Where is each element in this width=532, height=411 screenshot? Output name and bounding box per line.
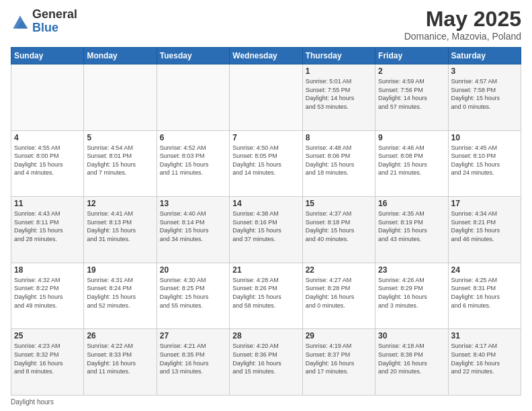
calendar-cell <box>11 64 84 131</box>
day-number: 22 <box>306 265 372 275</box>
calendar-cell: 10Sunrise: 4:45 AM Sunset: 8:10 PM Dayli… <box>448 130 521 197</box>
day-info: Sunrise: 4:35 AM Sunset: 8:19 PM Dayligh… <box>378 210 445 243</box>
day-info: Sunrise: 4:25 AM Sunset: 8:31 PM Dayligh… <box>451 276 518 310</box>
calendar-cell <box>230 64 302 131</box>
day-number: 11 <box>14 199 81 208</box>
day-info: Sunrise: 4:46 AM Sunset: 8:08 PM Dayligh… <box>378 144 445 177</box>
calendar-cell: 30Sunrise: 4:18 AM Sunset: 8:38 PM Dayli… <box>375 329 448 396</box>
calendar-table: SundayMondayTuesdayWednesdayThursdayFrid… <box>11 47 521 396</box>
calendar-cell: 11Sunrise: 4:43 AM Sunset: 8:11 PM Dayli… <box>11 197 84 263</box>
day-number: 2 <box>378 66 445 76</box>
calendar-header-saturday: Saturday <box>448 48 521 64</box>
calendar-cell: 21Sunrise: 4:28 AM Sunset: 8:26 PM Dayli… <box>230 263 302 329</box>
calendar-header-friday: Friday <box>375 48 448 64</box>
day-number: 5 <box>87 133 153 142</box>
day-info: Sunrise: 4:41 AM Sunset: 8:13 PM Dayligh… <box>87 210 153 243</box>
logo-text: General Blue <box>32 8 77 35</box>
day-info: Sunrise: 4:21 AM Sunset: 8:35 PM Dayligh… <box>160 342 226 375</box>
footer-note: Daylight hours <box>11 398 521 406</box>
calendar-header-wednesday: Wednesday <box>230 48 302 64</box>
subtitle: Domanice, Mazovia, Poland <box>404 31 521 42</box>
day-info: Sunrise: 5:01 AM Sunset: 7:55 PM Dayligh… <box>306 77 372 111</box>
logo-blue: Blue <box>32 21 58 34</box>
header: General Blue May 2025 Domanice, Mazovia,… <box>11 8 521 42</box>
day-info: Sunrise: 4:28 AM Sunset: 8:26 PM Dayligh… <box>232 276 299 310</box>
calendar-week-1: 1Sunrise: 5:01 AM Sunset: 7:55 PM Daylig… <box>11 64 521 131</box>
day-info: Sunrise: 4:32 AM Sunset: 8:22 PM Dayligh… <box>14 276 81 310</box>
day-number: 17 <box>451 199 518 208</box>
calendar-header-sunday: Sunday <box>11 48 84 64</box>
day-number: 23 <box>378 265 445 275</box>
day-info: Sunrise: 4:55 AM Sunset: 8:00 PM Dayligh… <box>14 144 81 177</box>
calendar-cell: 28Sunrise: 4:20 AM Sunset: 8:36 PM Dayli… <box>230 329 302 396</box>
calendar-cell: 24Sunrise: 4:25 AM Sunset: 8:31 PM Dayli… <box>448 263 521 329</box>
day-number: 6 <box>160 133 226 142</box>
day-info: Sunrise: 4:40 AM Sunset: 8:14 PM Dayligh… <box>160 210 226 243</box>
logo-icon <box>11 12 30 31</box>
calendar-cell: 9Sunrise: 4:46 AM Sunset: 8:08 PM Daylig… <box>375 130 448 197</box>
calendar-week-5: 25Sunrise: 4:23 AM Sunset: 8:32 PM Dayli… <box>11 329 521 396</box>
day-number: 13 <box>160 199 226 208</box>
day-number: 18 <box>14 265 81 275</box>
day-info: Sunrise: 4:48 AM Sunset: 8:06 PM Dayligh… <box>306 144 372 177</box>
day-number: 14 <box>232 199 299 208</box>
day-info: Sunrise: 4:38 AM Sunset: 8:16 PM Dayligh… <box>232 210 299 243</box>
calendar-header-tuesday: Tuesday <box>157 48 229 64</box>
day-number: 9 <box>378 133 445 142</box>
day-number: 27 <box>160 331 226 340</box>
logo: General Blue <box>11 8 77 35</box>
day-info: Sunrise: 4:50 AM Sunset: 8:05 PM Dayligh… <box>232 144 299 177</box>
calendar-cell: 7Sunrise: 4:50 AM Sunset: 8:05 PM Daylig… <box>230 130 302 197</box>
day-number: 20 <box>160 265 226 275</box>
calendar-header-row: SundayMondayTuesdayWednesdayThursdayFrid… <box>11 48 521 64</box>
day-info: Sunrise: 4:37 AM Sunset: 8:18 PM Dayligh… <box>306 210 372 243</box>
day-info: Sunrise: 4:45 AM Sunset: 8:10 PM Dayligh… <box>451 144 518 177</box>
day-number: 16 <box>378 199 445 208</box>
day-number: 15 <box>306 199 372 208</box>
calendar-cell: 27Sunrise: 4:21 AM Sunset: 8:35 PM Dayli… <box>157 329 229 396</box>
day-info: Sunrise: 4:17 AM Sunset: 8:40 PM Dayligh… <box>451 342 518 375</box>
day-info: Sunrise: 4:52 AM Sunset: 8:03 PM Dayligh… <box>160 144 226 177</box>
calendar-cell: 12Sunrise: 4:41 AM Sunset: 8:13 PM Dayli… <box>84 197 157 263</box>
day-number: 28 <box>232 331 299 340</box>
calendar-cell: 3Sunrise: 4:57 AM Sunset: 7:58 PM Daylig… <box>448 64 521 131</box>
day-info: Sunrise: 4:23 AM Sunset: 8:32 PM Dayligh… <box>14 342 81 375</box>
day-info: Sunrise: 4:22 AM Sunset: 8:33 PM Dayligh… <box>87 342 153 375</box>
day-info: Sunrise: 4:31 AM Sunset: 8:24 PM Dayligh… <box>87 276 153 310</box>
day-number: 10 <box>451 133 518 142</box>
day-number: 3 <box>451 66 518 76</box>
page: General Blue May 2025 Domanice, Mazovia,… <box>0 0 532 411</box>
calendar-cell: 17Sunrise: 4:34 AM Sunset: 8:21 PM Dayli… <box>448 197 521 263</box>
day-number: 31 <box>451 331 518 340</box>
calendar-cell: 22Sunrise: 4:27 AM Sunset: 8:28 PM Dayli… <box>302 263 375 329</box>
calendar-cell: 31Sunrise: 4:17 AM Sunset: 8:40 PM Dayli… <box>448 329 521 396</box>
calendar-cell: 15Sunrise: 4:37 AM Sunset: 8:18 PM Dayli… <box>302 197 375 263</box>
calendar-cell: 14Sunrise: 4:38 AM Sunset: 8:16 PM Dayli… <box>230 197 302 263</box>
day-info: Sunrise: 4:27 AM Sunset: 8:28 PM Dayligh… <box>306 276 372 310</box>
day-number: 12 <box>87 199 153 208</box>
calendar-cell: 23Sunrise: 4:26 AM Sunset: 8:29 PM Dayli… <box>375 263 448 329</box>
day-number: 7 <box>232 133 299 142</box>
day-info: Sunrise: 4:19 AM Sunset: 8:37 PM Dayligh… <box>306 342 372 375</box>
calendar-cell: 18Sunrise: 4:32 AM Sunset: 8:22 PM Dayli… <box>11 263 84 329</box>
calendar-cell: 20Sunrise: 4:30 AM Sunset: 8:25 PM Dayli… <box>157 263 229 329</box>
day-info: Sunrise: 4:54 AM Sunset: 8:01 PM Dayligh… <box>87 144 153 177</box>
calendar-cell: 19Sunrise: 4:31 AM Sunset: 8:24 PM Dayli… <box>84 263 157 329</box>
logo-general: General <box>32 7 77 21</box>
day-info: Sunrise: 4:30 AM Sunset: 8:25 PM Dayligh… <box>160 276 226 310</box>
day-number: 8 <box>306 133 372 142</box>
day-number: 1 <box>306 66 372 76</box>
calendar-header-thursday: Thursday <box>302 48 375 64</box>
calendar-cell: 5Sunrise: 4:54 AM Sunset: 8:01 PM Daylig… <box>84 130 157 197</box>
calendar-cell: 6Sunrise: 4:52 AM Sunset: 8:03 PM Daylig… <box>157 130 229 197</box>
calendar-week-3: 11Sunrise: 4:43 AM Sunset: 8:11 PM Dayli… <box>11 197 521 263</box>
title-area: May 2025 Domanice, Mazovia, Poland <box>404 8 521 42</box>
calendar-cell: 8Sunrise: 4:48 AM Sunset: 8:06 PM Daylig… <box>302 130 375 197</box>
day-number: 21 <box>232 265 299 275</box>
day-number: 24 <box>451 265 518 275</box>
calendar-cell: 16Sunrise: 4:35 AM Sunset: 8:19 PM Dayli… <box>375 197 448 263</box>
day-number: 25 <box>14 331 81 340</box>
calendar-week-4: 18Sunrise: 4:32 AM Sunset: 8:22 PM Dayli… <box>11 263 521 329</box>
calendar-cell: 25Sunrise: 4:23 AM Sunset: 8:32 PM Dayli… <box>11 329 84 396</box>
calendar-cell: 13Sunrise: 4:40 AM Sunset: 8:14 PM Dayli… <box>157 197 229 263</box>
